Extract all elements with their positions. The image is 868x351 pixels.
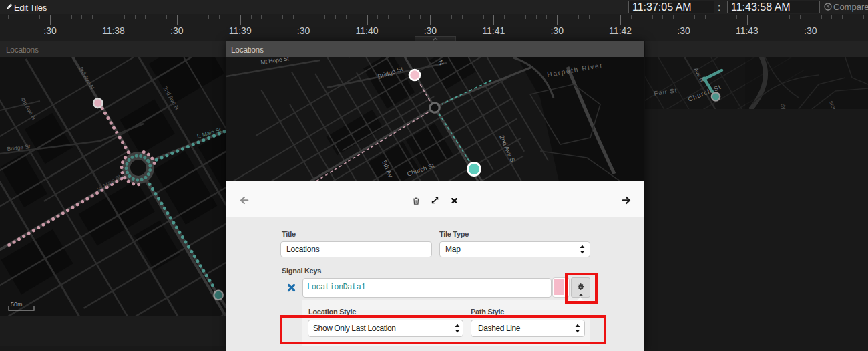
svg-text:3rd Ave N: 3rd Ave N — [77, 66, 95, 90]
svg-text:Mt Hope St: Mt Hope St — [260, 57, 290, 66]
svg-text:2nd Ave S: 2nd Ave S — [498, 134, 517, 163]
svg-text:Fair St: Fair St — [654, 86, 678, 97]
svg-text:4th Ave N: 4th Ave N — [19, 96, 37, 121]
svg-text:50m: 50m — [11, 301, 23, 308]
